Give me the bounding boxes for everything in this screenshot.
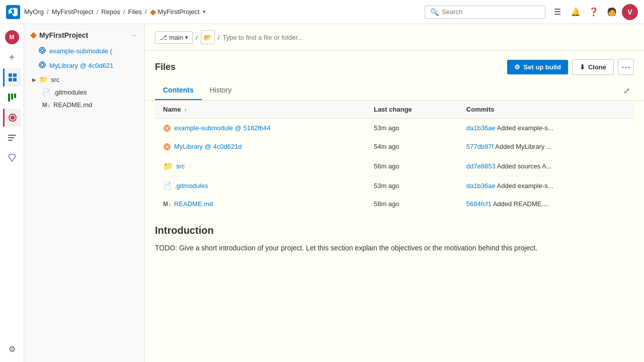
gear-icon: ⚙ <box>9 344 16 354</box>
path-input[interactable] <box>222 34 634 41</box>
tab-contents[interactable]: Contents <box>155 81 202 100</box>
sidebar-more-btn[interactable]: ··· <box>129 30 138 40</box>
branch-name: main <box>169 34 183 41</box>
file-name-cell: 📄 .gitmodules <box>155 176 366 195</box>
sidebar-header: ◆ MyFirstProject ··· <box>24 24 144 44</box>
svg-rect-3 <box>13 78 17 81</box>
svg-rect-6 <box>14 94 16 98</box>
commit-link-3[interactable]: da1b36ae <box>466 182 496 190</box>
svg-point-8 <box>41 49 44 52</box>
breadcrumb-project-name[interactable]: ◆ MyFirstProject ▾ <box>150 7 206 17</box>
last-change-cell-1: 54m ago <box>366 137 458 156</box>
file-name-cell: 📁 src <box>155 156 366 176</box>
azure-devops-logo[interactable] <box>6 5 20 19</box>
clone-button[interactable]: ⬇ Clone <box>572 59 614 75</box>
breadcrumb-files[interactable]: Files <box>128 8 142 16</box>
svg-rect-0 <box>9 73 12 77</box>
main-layout: M + ⚙ ◆ MyFirstProject ··· <box>0 24 644 362</box>
svg-point-12 <box>166 127 169 130</box>
search-box[interactable]: 🔍 <box>425 6 545 19</box>
breadcrumb-repos[interactable]: Repos <box>101 8 120 16</box>
table-row: 📁 src 56m ago dd7e8853 Added sources A..… <box>155 156 634 176</box>
last-change-cell-0: 53m ago <box>366 119 458 138</box>
file-name-cell: M↓ README.md <box>155 195 366 213</box>
sidebar-item-submodule1[interactable]: example-submodule ( <box>24 44 144 58</box>
folder-icon: 📁 <box>39 75 48 83</box>
clone-icon: ⬇ <box>580 63 585 71</box>
commits-cell-4: 5684fcf1 Added README.... <box>458 195 634 213</box>
tasks-icon-btn[interactable]: ☰ <box>549 4 566 20</box>
sidebar-file-label-readme: README.md <box>53 101 92 109</box>
expand-icon-btn[interactable]: ⤢ <box>619 82 634 100</box>
help-icon-btn[interactable]: ❓ <box>586 4 602 20</box>
commit-msg-1: Added MyLibrary ... <box>495 143 552 150</box>
commit-msg-4: Added README.... <box>493 200 549 208</box>
more-options-button[interactable]: ⋯ <box>618 59 634 75</box>
rail-pipelines-icon[interactable] <box>3 129 21 147</box>
sidebar-project-name: MyFirstProject <box>39 31 88 39</box>
settings-icon: 🧑 <box>607 7 617 17</box>
last-change-cell-2: 56m ago <box>366 156 458 176</box>
commit-link-4[interactable]: 5684fcf1 <box>466 200 492 208</box>
setup-build-button[interactable]: ⚙ Set up build <box>507 60 568 74</box>
search-icon: 🔍 <box>430 8 439 16</box>
submodule-icon-1 <box>38 46 46 56</box>
svg-rect-4 <box>8 94 10 102</box>
rail-boards-icon[interactable] <box>3 68 21 86</box>
notifications-icon-btn[interactable]: 🔔 <box>568 4 584 20</box>
path-sep: / <box>218 34 220 41</box>
rail-add-btn[interactable]: + <box>3 48 21 66</box>
file-link-4[interactable]: M↓ README.md <box>163 200 358 208</box>
settings-icon-btn[interactable]: 🧑 <box>604 4 620 20</box>
file-name-3: .gitmodules <box>175 182 208 190</box>
content-area: ⎇ main ▾ / 📂 / Files ⚙ Set up build <box>145 24 644 362</box>
file-link-3[interactable]: 📄 .gitmodules <box>163 182 358 190</box>
tab-history[interactable]: History <box>202 81 240 100</box>
sidebar-item-src[interactable]: ▶ 📁 src <box>24 73 144 86</box>
search-input[interactable] <box>442 8 540 16</box>
last-change-cell-3: 53m ago <box>366 176 458 195</box>
file-link-1[interactable]: MyLibrary @ 4c0d621d <box>163 143 358 151</box>
file-name-cell: MyLibrary @ 4c0d621d <box>155 137 366 156</box>
file-link-0[interactable]: example-submodule @ 5182fb44 <box>163 124 358 132</box>
breadcrumb-org[interactable]: MyOrg <box>24 8 44 16</box>
svg-point-10 <box>41 63 44 66</box>
sidebar-item-readme[interactable]: M↓ README.md <box>24 99 144 111</box>
sidebar-item-label-2: MyLibrary @ 4c0d621 <box>49 62 113 69</box>
commit-link-2[interactable]: dd7e8853 <box>466 162 496 170</box>
sidebar-item-submodule2[interactable]: MyLibrary @ 4c0d621 <box>24 58 144 73</box>
clone-label: Clone <box>588 63 606 71</box>
file-type-icon-4: M↓ <box>163 200 171 208</box>
folder-browse-btn[interactable]: 📂 <box>201 30 215 44</box>
svg-rect-2 <box>9 78 12 81</box>
col-commits: Commits <box>458 101 634 119</box>
sidebar-project-icon: ◆ <box>30 30 36 40</box>
file-type-icon-0 <box>163 124 171 132</box>
svg-rect-1 <box>13 73 17 77</box>
files-actions: ⚙ Set up build ⬇ Clone ⋯ <box>507 59 634 75</box>
file-icon-gitmodules: 📄 <box>42 88 50 96</box>
svg-rect-5 <box>11 94 13 100</box>
rail-project-avatar[interactable]: M <box>5 30 19 44</box>
rail-testplans-icon[interactable] <box>3 149 21 167</box>
folder-open-icon: 📂 <box>204 34 212 41</box>
commit-link-0[interactable]: da1b36ae <box>466 124 496 132</box>
commits-cell-1: 577db97f Added MyLibrary ... <box>458 137 634 156</box>
rail-settings-icon[interactable]: ⚙ <box>3 340 21 358</box>
file-type-icon-2: 📁 <box>163 161 173 171</box>
tasks-icon: ☰ <box>554 7 561 17</box>
branch-selector[interactable]: ⎇ main ▾ <box>155 31 193 44</box>
sidebar-item-gitmodules[interactable]: 📄 .gitmodules <box>24 86 144 99</box>
rail-repos-icon[interactable] <box>3 109 21 127</box>
tabs-bar: Contents History ⤢ <box>145 81 644 101</box>
breadcrumb-project[interactable]: MyFirstProject <box>52 8 94 16</box>
sidebar-item-label-1: example-submodule ( <box>49 47 112 55</box>
commit-link-1[interactable]: 577db97f <box>466 143 494 150</box>
bell-icon: 🔔 <box>571 7 581 17</box>
project-icon: ◆ <box>150 7 156 17</box>
readme-section: Introduction TODO: Give a short introduc… <box>145 213 644 265</box>
user-avatar[interactable]: V <box>622 4 638 20</box>
setup-build-label: Set up build <box>523 63 560 71</box>
rail-kanban-icon[interactable] <box>3 88 21 107</box>
file-link-2[interactable]: 📁 src <box>163 161 358 171</box>
